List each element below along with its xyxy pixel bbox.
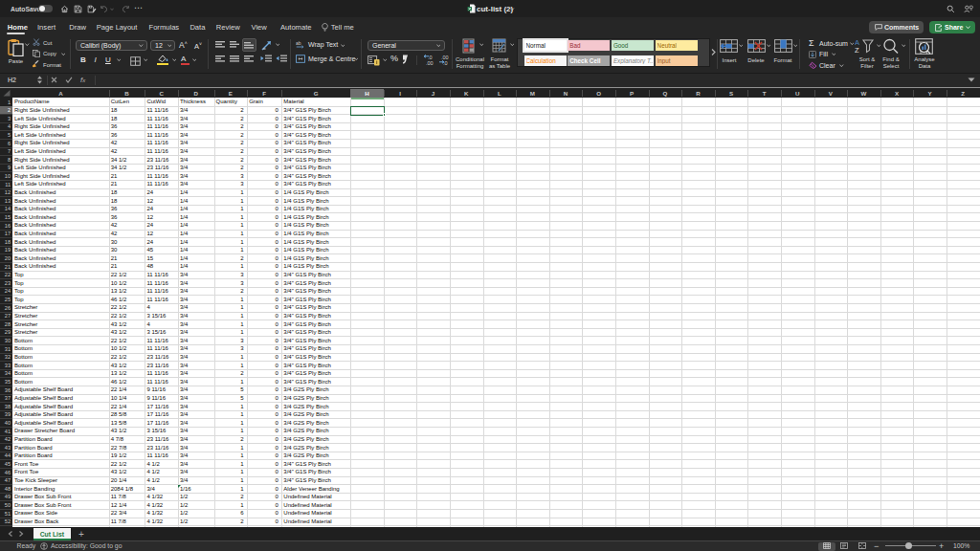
svg-text:Z: Z bbox=[855, 46, 859, 54]
svg-text:ab: ab bbox=[296, 40, 301, 46]
svg-text:.00: .00 bbox=[426, 60, 434, 66]
